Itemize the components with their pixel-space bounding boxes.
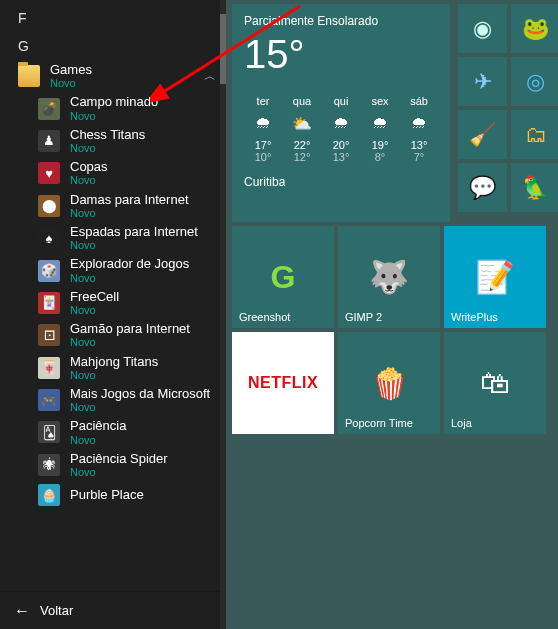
new-badge: Novo bbox=[70, 434, 126, 446]
tile-label: Loja bbox=[451, 417, 472, 429]
forecast-weather-icon: 🌧 bbox=[322, 113, 360, 133]
app-label: Copas bbox=[70, 160, 108, 174]
app-label: FreeCell bbox=[70, 290, 119, 304]
medium-tiles-row2: NETFLIX🍿Popcorn Time🛍Loja bbox=[232, 332, 546, 434]
weather-forecast: ter🌧17°10°qua⛅22°12°qui🌧20°13°sex🌧19°8°s… bbox=[244, 95, 438, 163]
small-tile-plane[interactable]: ✈ bbox=[458, 57, 507, 106]
app-item[interactable]: 🂡PaciênciaNovo bbox=[0, 416, 226, 448]
forecast-high: 20° bbox=[322, 139, 360, 151]
forecast-day: sáb🌧13°7° bbox=[400, 95, 438, 163]
new-badge: Novo bbox=[70, 239, 198, 251]
tile-label: Popcorn Time bbox=[345, 417, 413, 429]
forecast-high: 13° bbox=[400, 139, 438, 151]
app-icon: 🃏 bbox=[38, 292, 60, 314]
app-item[interactable]: 💣Campo minadoNovo bbox=[0, 92, 226, 124]
new-badge: Novo bbox=[70, 401, 210, 413]
app-item[interactable]: ♠Espadas para InternetNovo bbox=[0, 222, 226, 254]
app-label: Purble Place bbox=[70, 488, 144, 502]
small-tile-ccleaner[interactable]: 🧹 bbox=[458, 110, 507, 159]
app-label: Paciência bbox=[70, 419, 126, 433]
small-tile-bird[interactable]: 🦜 bbox=[511, 163, 558, 212]
forecast-day-label: sex bbox=[361, 95, 399, 107]
app-label: Chess Titans bbox=[70, 128, 145, 142]
tile-greenshot[interactable]: GGreenshot bbox=[232, 226, 334, 328]
app-icon: 🎮 bbox=[38, 389, 60, 411]
app-icon: 🂡 bbox=[38, 421, 60, 443]
new-badge: Novo bbox=[70, 336, 190, 348]
app-icon: ⚀ bbox=[38, 324, 60, 346]
app-icon: 🧁 bbox=[38, 484, 60, 506]
forecast-weather-icon: 🌧 bbox=[400, 113, 438, 133]
small-tile-qbittorrent[interactable]: ◎ bbox=[511, 57, 558, 106]
app-icon: ♥ bbox=[38, 162, 60, 184]
folder-label: Games bbox=[50, 63, 204, 77]
forecast-low: 8° bbox=[361, 151, 399, 163]
forecast-high: 17° bbox=[244, 139, 282, 151]
app-item[interactable]: ⚀Gamão para InternetNovo bbox=[0, 319, 226, 351]
forecast-weather-icon: ⛅ bbox=[283, 113, 321, 133]
tile-icon: 📝 bbox=[475, 258, 515, 296]
app-item[interactable]: 🕷Paciência SpiderNovo bbox=[0, 449, 226, 481]
weather-temp: 15° bbox=[244, 32, 438, 77]
forecast-day-label: qua bbox=[283, 95, 321, 107]
new-badge: Novo bbox=[70, 369, 158, 381]
app-item[interactable]: 🎲Explorador de JogosNovo bbox=[0, 254, 226, 286]
app-label: Mais Jogos da Microsoft bbox=[70, 387, 210, 401]
forecast-day-label: sáb bbox=[400, 95, 438, 107]
forecast-day: qua⛅22°12° bbox=[283, 95, 321, 163]
tile-icon: 🍿 bbox=[371, 366, 408, 401]
app-item[interactable]: 🧁Purble Place bbox=[0, 481, 226, 509]
tile-label: WritePlus bbox=[451, 311, 498, 323]
app-icon: ♟ bbox=[38, 130, 60, 152]
forecast-high: 19° bbox=[361, 139, 399, 151]
new-badge: Novo bbox=[70, 110, 158, 122]
app-item[interactable]: ♟Chess TitansNovo bbox=[0, 125, 226, 157]
app-icon: ⬤ bbox=[38, 195, 60, 217]
forecast-low: 12° bbox=[283, 151, 321, 163]
forecast-weather-icon: 🌧 bbox=[361, 113, 399, 133]
forecast-day: ter🌧17°10° bbox=[244, 95, 282, 163]
forecast-high: 22° bbox=[283, 139, 321, 151]
letter-header-g[interactable]: G bbox=[0, 32, 226, 60]
app-label: Damas para Internet bbox=[70, 193, 189, 207]
new-badge: Novo bbox=[70, 304, 119, 316]
tile-loja[interactable]: 🛍Loja bbox=[444, 332, 546, 434]
forecast-day: sex🌧19°8° bbox=[361, 95, 399, 163]
tile-popcorn-time[interactable]: 🍿Popcorn Time bbox=[338, 332, 440, 434]
small-tile-utility[interactable]: 🗂 bbox=[511, 110, 558, 159]
app-label: Espadas para Internet bbox=[70, 225, 198, 239]
back-button[interactable]: ← Voltar bbox=[0, 591, 226, 629]
weather-condition: Parcialmente Ensolarado bbox=[244, 14, 438, 28]
small-tile-steam[interactable]: ◉ bbox=[458, 4, 507, 53]
app-icon: 💣 bbox=[38, 98, 60, 120]
app-icon: 🎲 bbox=[38, 260, 60, 282]
new-badge: Novo bbox=[70, 207, 189, 219]
back-label: Voltar bbox=[40, 603, 73, 618]
app-item[interactable]: ♥CopasNovo bbox=[0, 157, 226, 189]
tile-label: Greenshot bbox=[239, 311, 290, 323]
tile-icon: 🐺 bbox=[369, 258, 409, 296]
tile-icon: 🛍 bbox=[480, 366, 510, 400]
new-badge: Novo bbox=[70, 466, 168, 478]
forecast-day: qui🌧20°13° bbox=[322, 95, 360, 163]
weather-tile[interactable]: Parcialmente Ensolarado 15° ter🌧17°10°qu… bbox=[232, 4, 450, 222]
folder-icon bbox=[18, 65, 40, 87]
app-icon: 🀄 bbox=[38, 357, 60, 379]
new-badge: Novo bbox=[70, 272, 189, 284]
small-tile-chat[interactable]: 💬 bbox=[458, 163, 507, 212]
chevron-up-icon: ︿ bbox=[204, 68, 216, 85]
tile-gimp-2[interactable]: 🐺GIMP 2 bbox=[338, 226, 440, 328]
new-badge: Novo bbox=[70, 174, 108, 186]
app-item[interactable]: 🃏FreeCellNovo bbox=[0, 287, 226, 319]
app-item[interactable]: ⬤Damas para InternetNovo bbox=[0, 190, 226, 222]
letter-header-f[interactable]: F bbox=[0, 4, 226, 32]
app-list: F G Games Novo ︿ 💣Campo minadoNovo♟Chess… bbox=[0, 0, 226, 591]
app-item[interactable]: 🀄Mahjong TitansNovo bbox=[0, 352, 226, 384]
app-label: Explorador de Jogos bbox=[70, 257, 189, 271]
games-folder[interactable]: Games Novo ︿ bbox=[0, 60, 226, 92]
tile-netflix[interactable]: NETFLIX bbox=[232, 332, 334, 434]
medium-tiles-row1: GGreenshot🐺GIMP 2📝WritePlus bbox=[232, 226, 546, 328]
small-tile-torrent-frog[interactable]: 🐸 bbox=[511, 4, 558, 53]
tile-writeplus[interactable]: 📝WritePlus bbox=[444, 226, 546, 328]
app-item[interactable]: 🎮Mais Jogos da MicrosoftNovo bbox=[0, 384, 226, 416]
